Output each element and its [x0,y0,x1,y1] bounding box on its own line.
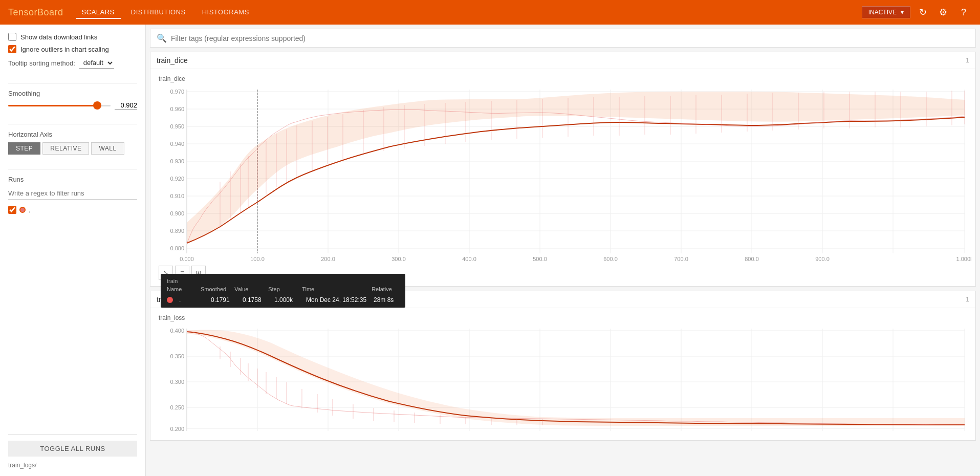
run-label: . [29,206,31,214]
train-loss-count: 1 [966,296,969,303]
app-name-board: Board [37,7,63,17]
train-dice-svg-container: 0.970 0.960 0.950 0.940 0.930 0.920 0.91… [155,84,971,264]
train-loss-line [187,332,965,425]
train-dice-svg: 0.970 0.960 0.950 0.940 0.930 0.920 0.91… [155,84,971,264]
axis-step-button[interactable]: STEP [8,142,40,155]
svg-text:800.0: 800.0 [745,256,759,262]
runs-filter-input[interactable] [8,187,137,200]
divider-3 [8,169,137,169]
ignore-outliers-checkbox[interactable] [8,45,16,53]
top-navigation: TensorBoard SCALARS DISTRIBUTIONS HISTOG… [0,0,980,25]
train-loss-band [187,330,965,426]
show-download-row[interactable]: Show data download links [8,33,137,41]
app-name-tensor: Tensor [8,7,37,17]
ignore-outliers-label: Ignore outliers in chart scaling [20,46,109,53]
refresh-button[interactable]: ↻ [914,4,931,20]
svg-text:300.0: 300.0 [391,256,406,262]
tooltip-popup: train Name Smoothed Value Step Time Rela… [161,274,405,308]
help-button[interactable]: ? [955,4,972,20]
train-dice-band [187,92,965,243]
svg-text:0.950: 0.950 [170,123,184,129]
show-download-checkbox[interactable] [8,33,16,41]
app-logo: TensorBoard [8,7,63,18]
tooltip-run-prefix: train [167,278,399,284]
sidebar: Show data download links Ignore outliers… [0,25,146,476]
train-loss-svg-container: 0.400 0.350 0.300 0.250 0.200 [155,323,971,436]
smoothing-row: 0.902 [8,101,137,110]
status-label: INACTIVE [868,9,897,16]
tooltip-smoothed-value: 0.1791 [211,296,236,304]
tooltip-sorting-row: Tooltip sorting method: default [8,57,137,69]
svg-text:700.0: 700.0 [674,256,688,262]
main-content: 🔍 train_dice 1 train_dice 0.970 0.960 0.… [146,25,980,476]
smoothing-section: Smoothing 0.902 [8,90,137,110]
nav-links: SCALARS DISTRIBUTIONS HISTOGRAMS [76,6,850,19]
tooltip-name-value: . [179,296,205,304]
train-dice-title: train_dice [157,56,966,64]
tooltip-sorting-label: Tooltip sorting method: [8,59,75,67]
svg-text:600.0: 600.0 [603,256,618,262]
sidebar-bottom: TOGGLE ALL RUNS train_logs/ [8,434,137,476]
svg-text:0.300: 0.300 [170,379,184,385]
svg-text:0.250: 0.250 [170,404,184,410]
tooltip-data-row: . 0.1791 0.1758 1.000k Mon Dec 24, 18:52… [167,296,399,304]
svg-text:0.920: 0.920 [170,176,184,182]
tooltip-name-header: Name [167,286,192,292]
filter-input[interactable] [171,34,969,42]
run-row: . [8,206,137,214]
svg-text:0.880: 0.880 [170,245,184,251]
runs-title: Runs [8,176,137,183]
show-download-label: Show data download links [20,33,97,41]
tooltip-value-header: Value [234,286,260,292]
train-dice-inner-title: train_dice [155,73,971,84]
run-checkbox[interactable] [8,206,16,214]
svg-text:0.970: 0.970 [170,89,184,95]
svg-text:500.0: 500.0 [533,256,547,262]
smoothing-slider[interactable] [8,105,111,106]
svg-text:0.000: 0.000 [180,256,194,262]
status-dropdown[interactable]: INACTIVE ▾ [862,6,910,18]
svg-text:0.910: 0.910 [170,193,184,199]
train-loss-svg: 0.400 0.350 0.300 0.250 0.200 [155,323,971,436]
horizontal-axis-section: Horizontal Axis STEP RELATIVE WALL [8,131,137,155]
ignore-outliers-row[interactable]: Ignore outliers in chart scaling [8,45,137,53]
train-dice-count: 1 [966,57,969,64]
train-dice-header: train_dice 1 [150,52,975,69]
tooltip-sorting-select[interactable]: default [79,57,114,69]
runs-section: Runs . [8,176,137,216]
svg-text:0.940: 0.940 [170,141,184,147]
train-loss-chart-area: train_loss 0.400 0.350 0.300 0.250 0.200 [150,308,975,440]
nav-right: INACTIVE ▾ ↻ ⚙ ? [862,4,972,20]
tooltip-dot-icon [167,297,173,303]
smoothing-value-input[interactable]: 0.902 [115,101,137,110]
svg-text:0.960: 0.960 [170,106,184,112]
dropdown-arrow-icon: ▾ [901,9,904,16]
svg-text:0.930: 0.930 [170,158,184,164]
svg-text:900.0: 900.0 [815,256,830,262]
svg-text:200.0: 200.0 [321,256,335,262]
svg-text:0.400: 0.400 [170,328,184,334]
train-dice-chart-area: train_dice 0.970 0.960 0.950 0.940 0.930… [150,69,975,286]
svg-text:0.350: 0.350 [170,353,184,359]
search-icon: 🔍 [157,33,167,43]
tooltip-relative-header: Relative [372,286,397,292]
smoothing-title: Smoothing [8,90,137,97]
axis-relative-button[interactable]: RELATIVE [42,142,89,155]
nav-scalars[interactable]: SCALARS [76,6,121,19]
svg-text:100.0: 100.0 [250,256,265,262]
axis-wall-button[interactable]: WALL [91,142,124,155]
svg-text:400.0: 400.0 [462,256,476,262]
nav-distributions[interactable]: DISTRIBUTIONS [125,6,192,19]
divider-1 [8,83,137,83]
svg-text:0.900: 0.900 [170,210,184,217]
svg-text:1.000k: 1.000k [956,256,971,262]
tooltip-step-header: Step [268,286,294,292]
train-loss-card: train_loss 1 train_loss 0.400 0.350 0.30… [150,291,976,441]
filter-bar: 🔍 [150,29,976,48]
train-loss-inner-title: train_loss [155,312,971,323]
nav-histograms[interactable]: HISTOGRAMS [196,6,255,19]
tooltip-value-value: 0.1758 [243,296,268,304]
tooltip-header-row: Name Smoothed Value Step Time Relative [167,286,399,294]
settings-button[interactable]: ⚙ [935,4,951,20]
toggle-all-runs-button[interactable]: TOGGLE ALL RUNS [8,441,137,457]
